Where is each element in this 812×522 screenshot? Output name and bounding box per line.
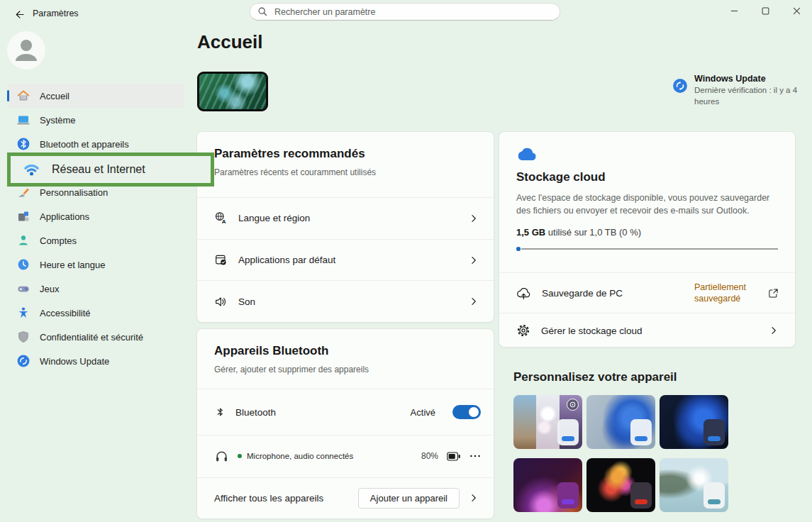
bluetooth-icon <box>16 137 30 151</box>
sidebar-item-accessibilite[interactable]: Accessibilité <box>7 301 184 325</box>
row-son[interactable]: Son <box>197 280 494 322</box>
sidebar-item-label: Personnalisation <box>40 187 108 198</box>
battery-percentage: 80% <box>421 451 438 461</box>
wifi-icon <box>23 161 40 179</box>
sidebar-item-label: Heure et langue <box>40 260 106 270</box>
theme-taskbar-preview <box>703 482 725 509</box>
theme-thumbnail-bloom-light[interactable] <box>586 395 655 449</box>
row-label: Applications par défaut <box>238 255 457 265</box>
sidebar-item-label: Confidentialité et sécurité <box>40 332 143 343</box>
update-status-title: Windows Update <box>694 74 802 84</box>
recommended-settings-card: Paramètres recommandés Paramètres récent… <box>196 131 494 323</box>
titlebar: Paramètres <box>0 0 812 28</box>
maximize-button[interactable] <box>750 0 781 21</box>
chevron-right-icon <box>768 325 779 336</box>
spotlight-camera-icon <box>567 399 579 411</box>
sidebar-item-heure-et-langue[interactable]: Heure et langue <box>7 252 184 277</box>
sidebar-item-confidentialite-et-securite[interactable]: Confidentialité et sécurité <box>7 325 184 349</box>
storage-usage-text: 1,5 GB utilisé sur 1,0 TB (0 %) <box>516 227 778 238</box>
privacy-shield-icon <box>16 330 30 344</box>
storage-used-value: 1,5 GB <box>516 227 545 238</box>
row-label: Langue et région <box>238 213 457 223</box>
chevron-right-icon <box>468 296 479 307</box>
windows-update-icon <box>16 354 30 368</box>
theme-thumbnail-glow-purple[interactable] <box>513 458 582 512</box>
theme-taskbar-preview <box>557 482 579 509</box>
theme-thumbnail-spotlight[interactable] <box>513 395 582 449</box>
card-subtitle: Gérer, ajouter et supprimer des appareil… <box>214 365 477 374</box>
cloud-backup-icon <box>516 287 531 300</box>
default-apps-icon <box>214 253 228 267</box>
sidebar: Accueil Système Bluetooth et appareils P… <box>0 28 196 522</box>
gear-icon <box>516 323 530 338</box>
more-options-button[interactable] <box>469 451 481 461</box>
chevron-right-icon <box>468 492 479 504</box>
time-language-icon <box>16 257 30 272</box>
user-avatar[interactable] <box>7 31 45 70</box>
row-view-all-devices[interactable]: Afficher tous les appareils Ajouter un a… <box>197 477 494 518</box>
windows-update-status[interactable]: Windows Update Dernière vérification : i… <box>672 74 803 107</box>
sidebar-item-label: Comptes <box>40 235 77 246</box>
row-applications-par-defaut[interactable]: Applications par défaut <box>197 239 494 281</box>
cloud-icon <box>516 146 778 162</box>
minimize-button[interactable] <box>718 0 750 21</box>
cloud-storage-card: Stockage cloud Avec l'espace de stockage… <box>499 131 796 348</box>
system-icon <box>16 113 30 127</box>
card-title: Stockage cloud <box>516 170 778 184</box>
cloud-description: Avec l'espace de stockage disponible, vo… <box>516 191 780 217</box>
sidebar-item-windows-update[interactable]: Windows Update <box>7 349 184 373</box>
bluetooth-devices-card: Appareils Bluetooth Gérer, ajouter et su… <box>196 328 494 519</box>
sidebar-item-applications[interactable]: Applications <box>7 204 184 228</box>
annotation-highlight-reseau-et-internet[interactable]: Réseau et Internet <box>7 152 214 187</box>
sidebar-item-systeme[interactable]: Système <box>7 108 184 132</box>
card-title: Appareils Bluetooth <box>214 344 477 358</box>
close-button[interactable] <box>781 0 812 21</box>
sidebar-item-label: Jeux <box>40 284 59 294</box>
add-device-button[interactable]: Ajouter un appareil <box>358 488 460 509</box>
window-controls <box>718 0 812 21</box>
theme-taskbar-preview <box>630 482 652 509</box>
sidebar-item-label: Réseau et Internet <box>52 163 145 176</box>
theme-taskbar-preview <box>630 419 652 445</box>
sidebar-item-label: Accueil <box>40 91 69 101</box>
device-status-label: Microphone, audio connectés <box>247 452 353 460</box>
accessibility-icon <box>16 306 30 320</box>
theme-thumbnail-floral-dark[interactable] <box>586 458 655 512</box>
row-sauvegarde-de-pc[interactable]: Sauvegarde de PC Partiellement sauvegard… <box>499 272 795 313</box>
storage-progress-bar <box>516 247 778 251</box>
toggle-state-label: Activé <box>411 407 435 418</box>
sidebar-item-label: Applications <box>40 211 89 222</box>
sidebar-item-comptes[interactable]: Comptes <box>7 228 184 252</box>
theme-thumbnail-landscape-light[interactable] <box>660 458 728 512</box>
row-gerer-le-stockage-cloud[interactable]: Gérer le stockage cloud <box>499 313 795 348</box>
sidebar-item-jeux[interactable]: Jeux <box>7 277 184 301</box>
search-input[interactable] <box>274 7 552 17</box>
sidebar-item-label: Windows Update <box>40 356 109 367</box>
headphones-icon <box>214 449 229 464</box>
language-region-icon: A <box>214 211 228 225</box>
chevron-right-icon <box>468 213 479 224</box>
back-button[interactable] <box>10 5 28 23</box>
external-link-icon <box>767 287 779 299</box>
window-title: Paramètres <box>33 9 79 18</box>
connected-status-dot <box>238 454 242 458</box>
personalize-section-title: Personnalisez votre appareil <box>513 370 677 384</box>
row-langue-et-region[interactable]: A Langue et région <box>197 197 494 239</box>
personalization-icon <box>16 185 30 199</box>
row-bluetooth-toggle: Bluetooth Activé <box>197 389 494 435</box>
sidebar-nav: Accueil Système Bluetooth et appareils P… <box>7 84 184 373</box>
theme-thumbnail-bloom-dark[interactable] <box>660 395 728 449</box>
row-connected-device[interactable]: Microphone, audio connectés 80% <box>197 435 494 477</box>
storage-usage-rest: utilisé sur 1,0 TB (0 %) <box>545 227 641 238</box>
theme-taskbar-preview <box>557 419 579 445</box>
row-label: Gérer le stockage cloud <box>541 326 757 336</box>
bluetooth-glyph-icon <box>214 406 227 418</box>
search-box[interactable] <box>250 3 560 21</box>
home-icon <box>16 89 30 103</box>
sidebar-item-accueil[interactable]: Accueil <box>7 84 184 108</box>
page-title: Accueil <box>197 31 263 53</box>
bluetooth-toggle[interactable] <box>452 405 481 419</box>
sound-icon <box>214 295 228 309</box>
search-icon <box>257 6 268 17</box>
theme-thumbnails <box>513 395 797 512</box>
